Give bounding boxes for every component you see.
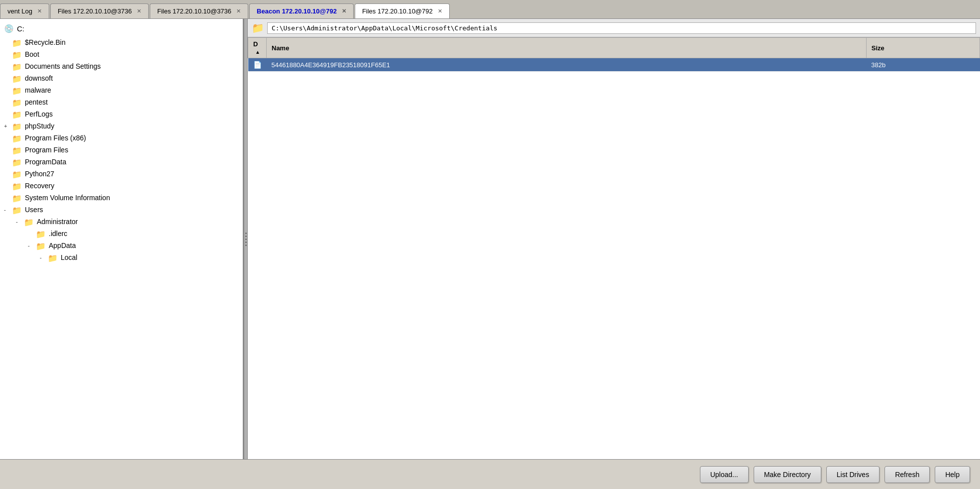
- col-size[interactable]: Size: [866, 38, 980, 58]
- col-name-label: Name: [272, 44, 289, 52]
- folder-icon-users: 📁: [12, 206, 22, 214]
- splitter-dots: [245, 233, 247, 246]
- folder-icon-recovery: 📁: [12, 182, 22, 190]
- folder-icon-boot: 📁: [12, 50, 22, 58]
- expander-administrator[interactable]: -: [16, 219, 24, 225]
- tab-files-3736-1[interactable]: Files 172.20.10.10@3736✕: [50, 3, 149, 18]
- folder-icon-appdata: 📁: [36, 242, 46, 249]
- col-type-label: D: [253, 40, 258, 48]
- folder-icon-program-files-x86: 📁: [12, 134, 22, 142]
- tab-bar: vent Log✕Files 172.20.10.10@3736✕Files 1…: [0, 0, 980, 19]
- col-name[interactable]: Name: [267, 38, 867, 58]
- tree-label-perflogs: PerfLogs: [25, 110, 53, 118]
- col-type[interactable]: D ▲: [248, 38, 267, 58]
- folder-icon-idlerc: 📁: [36, 230, 46, 238]
- folder-icon-program-files: 📁: [12, 146, 22, 154]
- tree-item-pentest[interactable]: 📁pentest: [0, 96, 243, 108]
- folder-icon-python27: 📁: [12, 170, 22, 178]
- tree-item-users[interactable]: -📁Users: [0, 204, 243, 216]
- folder-icon-programdata: 📁: [12, 158, 22, 166]
- tab-close-event-log[interactable]: ✕: [37, 8, 42, 14]
- tab-files-792[interactable]: Files 172.20.10.10@792✕: [355, 3, 450, 18]
- file-table: D ▲ Name Size 📄54461880A4E364919FB235180…: [248, 37, 980, 459]
- tree-item-idlerc[interactable]: 📁.idlerc: [0, 228, 243, 240]
- splitter-dot: [245, 244, 247, 246]
- tree-label-recycle: $Recycle.Bin: [25, 38, 66, 46]
- list-drives-button[interactable]: List Drives: [826, 466, 880, 483]
- tree-label-local: Local: [61, 253, 77, 261]
- tab-label-beacon-792: Beacon 172.20.10.10@792: [257, 7, 337, 15]
- tree-item-recovery[interactable]: 📁Recovery: [0, 180, 243, 192]
- tree-item-downsoft[interactable]: 📁downsoft: [0, 72, 243, 84]
- tab-label-files-3736-1: Files 172.20.10.10@3736: [58, 7, 132, 15]
- folder-icon-phpstudy: 📁: [12, 122, 22, 130]
- tree-label-idlerc: .idlerc: [49, 230, 67, 238]
- tree-label-program-files: Program Files: [25, 146, 68, 154]
- drive-icon: 💿: [4, 24, 14, 33]
- main-content: 💿 C: 📁$Recycle.Bin📁Boot📁Documents and Se…: [0, 19, 980, 459]
- folder-icon-recycle: 📁: [12, 38, 22, 46]
- tree-item-python27[interactable]: 📁Python27: [0, 168, 243, 180]
- expander-users[interactable]: -: [4, 207, 12, 213]
- tree-item-recycle[interactable]: 📁$Recycle.Bin: [0, 36, 243, 48]
- file-table-body: 📄54461880A4E364919FB23518091F65E1382b: [248, 58, 980, 72]
- tree-item-boot[interactable]: 📁Boot: [0, 48, 243, 60]
- refresh-button[interactable]: Refresh: [884, 466, 930, 483]
- tree-item-documents[interactable]: 📁Documents and Settings: [0, 60, 243, 72]
- tree-item-sysvolinfo[interactable]: 📁System Volume Information: [0, 192, 243, 204]
- tree-root-label: C:: [17, 24, 24, 33]
- tab-files-3736-2[interactable]: Files 172.20.10.10@3736✕: [150, 3, 248, 18]
- tree-item-program-files[interactable]: 📁Program Files: [0, 144, 243, 156]
- tab-close-files-3736-2[interactable]: ✕: [236, 8, 241, 14]
- tab-label-files-3736-2: Files 172.20.10.10@3736: [157, 7, 231, 15]
- folder-icon-downsoft: 📁: [12, 74, 22, 82]
- file-type-icon-row1: 📄: [248, 58, 267, 72]
- table-row-row1[interactable]: 📄54461880A4E364919FB23518091F65E1382b: [248, 58, 980, 72]
- tree-label-recovery: Recovery: [25, 182, 54, 190]
- tree-label-programdata: ProgramData: [25, 158, 66, 166]
- tree-item-administrator[interactable]: -📁Administrator: [0, 216, 243, 228]
- tab-event-log[interactable]: vent Log✕: [0, 3, 49, 18]
- tree-label-malware: malware: [25, 86, 51, 94]
- tree-item-phpstudy[interactable]: +📁phpStudy: [0, 120, 243, 132]
- tree-label-program-files-x86: Program Files (x86): [25, 134, 86, 142]
- splitter-dot: [245, 239, 247, 240]
- tree-item-malware[interactable]: 📁malware: [0, 84, 243, 96]
- table-header: D ▲ Name Size: [248, 38, 980, 58]
- tree-items-container: 📁$Recycle.Bin📁Boot📁Documents and Setting…: [0, 36, 243, 263]
- files-table: D ▲ Name Size 📄54461880A4E364919FB235180…: [248, 37, 980, 72]
- tree-item-program-files-x86[interactable]: 📁Program Files (x86): [0, 132, 243, 144]
- tab-close-files-792[interactable]: ✕: [438, 8, 442, 14]
- address-bar: 📁: [248, 19, 980, 37]
- tree-item-perflogs[interactable]: 📁PerfLogs: [0, 108, 243, 120]
- tree-item-appdata[interactable]: -📁AppData: [0, 240, 243, 251]
- tree-root-c[interactable]: 💿 C:: [0, 21, 243, 36]
- splitter-dot: [245, 242, 247, 243]
- tree-label-pentest: pentest: [25, 98, 48, 106]
- address-path-input[interactable]: [267, 22, 976, 34]
- expander-appdata[interactable]: -: [28, 243, 36, 248]
- tree-label-python27: Python27: [25, 170, 54, 178]
- expander-local[interactable]: -: [40, 254, 48, 260]
- tree-label-administrator: Administrator: [37, 218, 78, 226]
- upload-button[interactable]: Upload...: [700, 466, 749, 483]
- make-directory-button[interactable]: Make Directory: [754, 466, 821, 483]
- tab-beacon-792[interactable]: Beacon 172.20.10.10@792✕: [249, 3, 354, 18]
- folder-icon-administrator: 📁: [24, 218, 34, 226]
- tree-item-programdata[interactable]: 📁ProgramData: [0, 156, 243, 168]
- address-folder-icon: 📁: [252, 22, 264, 34]
- folder-icon-sysvolinfo: 📁: [12, 194, 22, 202]
- col-size-label: Size: [872, 44, 884, 52]
- tree-panel: 💿 C: 📁$Recycle.Bin📁Boot📁Documents and Se…: [0, 19, 244, 459]
- splitter-dot: [245, 236, 247, 237]
- help-button[interactable]: Help: [935, 466, 970, 483]
- tree-label-users: Users: [25, 206, 43, 214]
- tab-close-beacon-792[interactable]: ✕: [342, 8, 346, 14]
- tree-label-downsoft: downsoft: [25, 74, 53, 82]
- splitter[interactable]: [244, 19, 248, 459]
- tree-item-local[interactable]: -📁Local: [0, 251, 243, 263]
- tab-close-files-3736-1[interactable]: ✕: [137, 8, 141, 14]
- header-row: D ▲ Name Size: [248, 38, 980, 58]
- tree-label-sysvolinfo: System Volume Information: [25, 194, 110, 202]
- expander-phpstudy[interactable]: +: [4, 123, 12, 129]
